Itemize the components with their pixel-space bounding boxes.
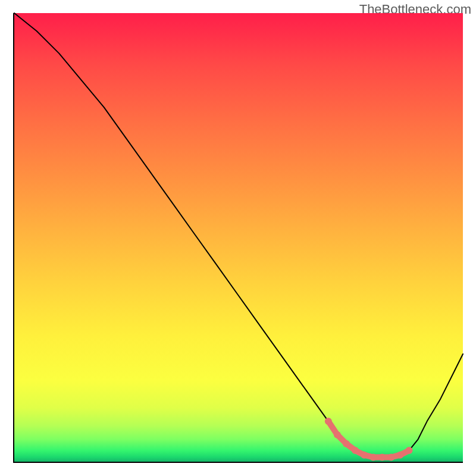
optimal-marker bbox=[369, 454, 377, 461]
optimal-marker bbox=[343, 440, 350, 447]
optimal-marker bbox=[396, 452, 403, 459]
optimal-marker bbox=[361, 452, 368, 459]
optimal-marker bbox=[387, 454, 394, 461]
optimal-marker bbox=[325, 418, 332, 425]
optimal-range-highlight bbox=[328, 421, 409, 457]
optimal-marker bbox=[406, 447, 413, 454]
optimal-marker bbox=[334, 431, 341, 439]
optimal-marker bbox=[352, 447, 359, 454]
bottleneck-curve-line bbox=[14, 13, 463, 458]
chart-plot-area bbox=[13, 13, 463, 463]
chart-overlay bbox=[14, 13, 463, 462]
optimal-marker bbox=[378, 454, 386, 461]
